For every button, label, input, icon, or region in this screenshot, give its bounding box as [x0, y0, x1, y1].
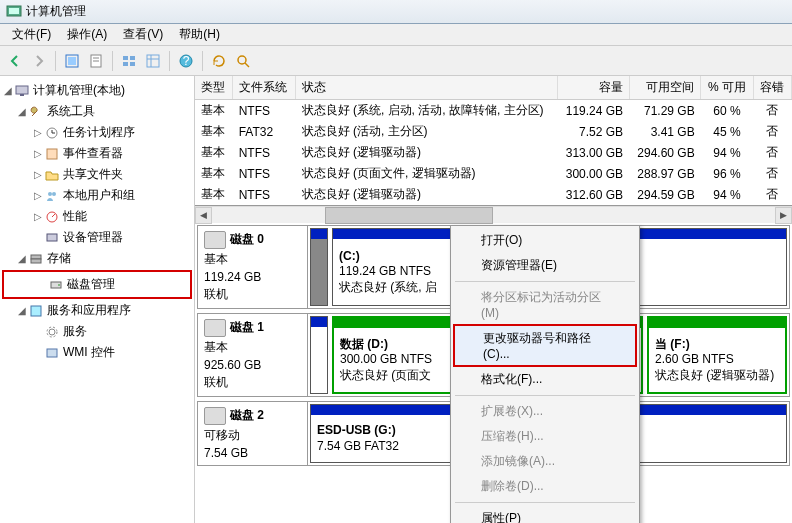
collapse-icon[interactable]: ◢: [2, 85, 14, 96]
scroll-right-button[interactable]: ▶: [775, 207, 792, 224]
tree-system-tools[interactable]: ◢ 系统工具: [2, 101, 192, 122]
partition-reserved[interactable]: [310, 228, 328, 306]
expand-icon[interactable]: ▷: [32, 190, 44, 201]
table-row[interactable]: 基本NTFS状态良好 (页面文件, 逻辑驱动器)300.00 GB288.97 …: [195, 163, 792, 184]
tree-label: 存储: [47, 250, 71, 267]
cell-type: 基本: [195, 100, 233, 122]
menu-add-mirror: 添加镜像(A)...: [453, 449, 637, 474]
menu-action[interactable]: 操作(A): [59, 24, 115, 45]
svg-point-25: [52, 192, 56, 196]
disk-icon: [204, 407, 226, 425]
col-capacity[interactable]: 容量: [558, 76, 630, 100]
tree-label: 设备管理器: [63, 229, 123, 246]
tree-services[interactable]: 服务: [2, 321, 192, 342]
cell-status: 状态良好 (活动, 主分区): [296, 121, 558, 142]
tree-storage[interactable]: ◢ 存储: [2, 248, 192, 269]
nav-forward-button[interactable]: [28, 50, 50, 72]
refresh-button[interactable]: [208, 50, 230, 72]
svg-rect-7: [123, 56, 128, 60]
table-row[interactable]: 基本NTFS状态良好 (系统, 启动, 活动, 故障转储, 主分区)119.24…: [195, 100, 792, 122]
collapse-icon[interactable]: ◢: [16, 305, 28, 316]
collapse-icon[interactable]: ◢: [16, 106, 28, 117]
cell-capacity: 119.24 GB: [558, 100, 630, 122]
svg-point-34: [49, 329, 55, 335]
folder-share-icon: [44, 167, 60, 183]
disk-header[interactable]: 磁盘 1 基本 925.60 GB 联机: [198, 314, 308, 396]
svg-rect-1: [9, 8, 19, 14]
svg-rect-33: [31, 306, 41, 316]
svg-line-27: [52, 214, 55, 217]
menu-open[interactable]: 打开(O): [453, 228, 637, 253]
col-available[interactable]: 可用空间: [629, 76, 701, 100]
menu-format[interactable]: 格式化(F)...: [453, 367, 637, 392]
menu-help[interactable]: 帮助(H): [171, 24, 228, 45]
tree-label: 计算机管理(本地): [33, 82, 125, 99]
tree-services-apps[interactable]: ◢ 服务和应用程序: [2, 300, 192, 321]
help-button[interactable]: ?: [175, 50, 197, 72]
horizontal-scrollbar[interactable]: ◀ ▶: [195, 206, 792, 223]
volume-table: 类型 文件系统 状态 容量 可用空间 % 可用 容错 基本NTFS状态良好 (系…: [195, 76, 792, 205]
col-type[interactable]: 类型: [195, 76, 233, 100]
nav-back-button[interactable]: [4, 50, 26, 72]
search-button[interactable]: [232, 50, 254, 72]
svg-point-24: [48, 192, 52, 196]
scroll-thumb[interactable]: [325, 207, 494, 224]
svg-point-32: [58, 284, 60, 286]
menu-change-drive-letter[interactable]: 更改驱动器号和路径(C)...: [453, 324, 637, 367]
clock-icon: [44, 125, 60, 141]
menu-view[interactable]: 查看(V): [115, 24, 171, 45]
col-fault[interactable]: 容错: [753, 76, 791, 100]
tree-label: 服务和应用程序: [47, 302, 131, 319]
up-button[interactable]: [61, 50, 83, 72]
tree-label: 共享文件夹: [63, 166, 123, 183]
tree-device-manager[interactable]: 设备管理器: [2, 227, 192, 248]
services-apps-icon: [28, 303, 44, 319]
tree-label: 本地用户和组: [63, 187, 135, 204]
cell-fs: FAT32: [233, 121, 296, 142]
col-filesystem[interactable]: 文件系统: [233, 76, 296, 100]
cell-available: 3.41 GB: [629, 121, 701, 142]
scroll-left-button[interactable]: ◀: [195, 207, 212, 224]
expand-icon[interactable]: ▷: [32, 127, 44, 138]
tree-wmi-control[interactable]: WMI 控件: [2, 342, 192, 363]
tree-task-scheduler[interactable]: ▷ 任务计划程序: [2, 122, 192, 143]
tree-root[interactable]: ◢ 计算机管理(本地): [2, 80, 192, 101]
partition-reserved[interactable]: [310, 316, 328, 394]
collapse-icon[interactable]: ◢: [16, 253, 28, 264]
tree-event-viewer[interactable]: ▷ 事件查看器: [2, 143, 192, 164]
disk-header[interactable]: 磁盘 2 可移动 7.54 GB: [198, 402, 308, 465]
partition-f[interactable]: 当 (F:) 2.60 GB NTFS 状态良好 (逻辑驱动器): [647, 316, 787, 394]
col-status[interactable]: 状态: [296, 76, 558, 100]
tree-label: 系统工具: [47, 103, 95, 120]
table-row[interactable]: 基本NTFS状态良好 (逻辑驱动器)313.00 GB294.60 GB94 %…: [195, 142, 792, 163]
scroll-track[interactable]: [212, 207, 775, 224]
menu-separator: [455, 281, 635, 282]
view-list-button[interactable]: [118, 50, 140, 72]
tree-local-users[interactable]: ▷ 本地用户和组: [2, 185, 192, 206]
volume-table-wrap: 类型 文件系统 状态 容量 可用空间 % 可用 容错 基本NTFS状态良好 (系…: [195, 76, 792, 206]
expand-icon[interactable]: ▷: [32, 169, 44, 180]
cell-type: 基本: [195, 142, 233, 163]
col-pct-free[interactable]: % 可用: [701, 76, 754, 100]
cell-fault: 否: [753, 142, 791, 163]
expand-icon[interactable]: ▷: [32, 148, 44, 159]
gear-icon: [44, 324, 60, 340]
table-row[interactable]: 基本NTFS状态良好 (逻辑驱动器)312.60 GB294.59 GB94 %…: [195, 184, 792, 205]
disk-header[interactable]: 磁盘 0 基本 119.24 GB 联机: [198, 226, 308, 308]
tree-disk-management[interactable]: 磁盘管理: [6, 274, 188, 295]
table-row[interactable]: 基本FAT32状态良好 (活动, 主分区)7.52 GB3.41 GB45 %否: [195, 121, 792, 142]
view-detail-button[interactable]: [142, 50, 164, 72]
cell-available: 294.59 GB: [629, 184, 701, 205]
properties-button[interactable]: [85, 50, 107, 72]
menubar: 文件(F) 操作(A) 查看(V) 帮助(H): [0, 24, 792, 46]
computer-icon: [14, 83, 30, 99]
cell-available: 288.97 GB: [629, 163, 701, 184]
tree-performance[interactable]: ▷ 性能: [2, 206, 192, 227]
disk-size: 925.60 GB: [204, 357, 301, 373]
menu-properties[interactable]: 属性(P): [453, 506, 637, 523]
menu-file[interactable]: 文件(F): [4, 24, 59, 45]
menu-explorer[interactable]: 资源管理器(E): [453, 253, 637, 278]
cell-type: 基本: [195, 163, 233, 184]
tree-shared-folders[interactable]: ▷ 共享文件夹: [2, 164, 192, 185]
expand-icon[interactable]: ▷: [32, 211, 44, 222]
